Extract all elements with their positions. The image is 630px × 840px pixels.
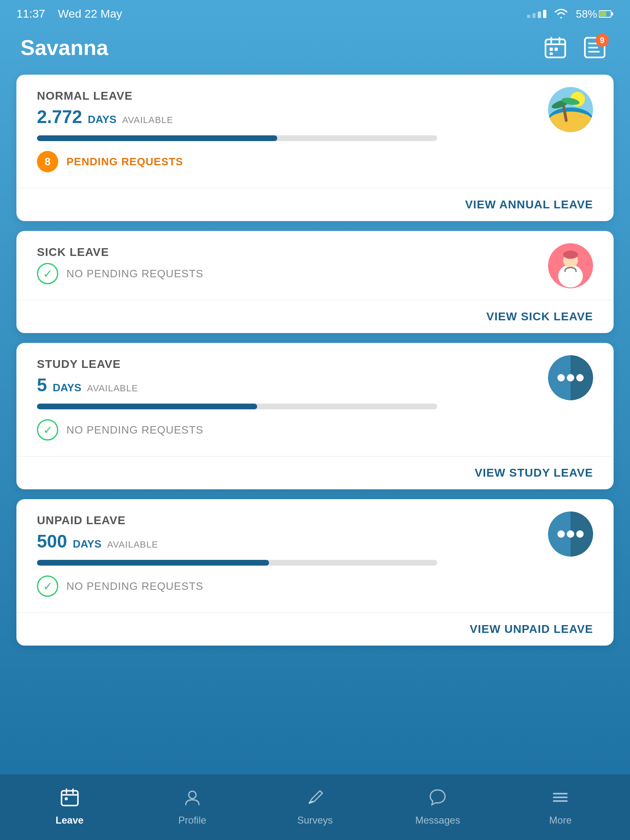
bottom-nav: Leave Profile Surveys Messages: [0, 774, 630, 840]
study-leave-check-icon: ✓: [37, 419, 58, 441]
svg-rect-7: [550, 48, 553, 51]
pending-requests-text: PENDING REQUESTS: [66, 155, 183, 168]
unpaid-leave-progress-bar: [37, 560, 437, 566]
messages-nav-icon: [429, 788, 447, 810]
sick-leave-type: SICK LEAVE: [37, 246, 593, 259]
svg-point-24: [563, 251, 578, 259]
calendar-button[interactable]: [541, 33, 570, 62]
pending-count-badge: 8: [37, 151, 58, 172]
svg-point-32: [576, 530, 584, 538]
study-leave-unit: DAYS: [52, 381, 81, 394]
normal-leave-unit: DAYS: [88, 113, 116, 126]
study-leave-icon: [548, 355, 593, 400]
study-leave-type: STUDY LEAVE: [37, 358, 593, 371]
normal-leave-available: AVAILABLE: [122, 115, 173, 126]
sick-leave-icon: [548, 243, 593, 288]
nav-item-leave[interactable]: Leave: [8, 788, 131, 826]
sick-leave-check-icon: ✓: [37, 263, 58, 284]
date: Wed 22 May: [58, 7, 122, 20]
svg-point-31: [567, 530, 574, 538]
svg-rect-37: [65, 797, 68, 800]
more-nav-label: More: [549, 815, 572, 826]
normal-leave-type: NORMAL LEAVE: [37, 89, 593, 103]
svg-point-38: [189, 791, 196, 799]
unpaid-leave-card: UNPAID LEAVE 500 DAYS AVAILABLE ✓ NO PEN…: [16, 499, 614, 646]
status-bar: 11:37 Wed 22 May 58%: [0, 0, 630, 25]
normal-leave-footer: VIEW ANNUAL LEAVE: [16, 188, 614, 221]
wifi-icon: [553, 8, 569, 20]
unpaid-leave-no-pending-row: ✓ NO PENDING REQUESTS: [37, 575, 593, 597]
main-content: NORMAL LEAVE 2.772 DAYS AVAILABLE 8 PEND…: [0, 75, 630, 646]
normal-leave-progress-bar: [37, 135, 437, 141]
svg-rect-9: [550, 52, 553, 55]
sick-leave-footer: VIEW SICK LEAVE: [16, 300, 614, 333]
unpaid-leave-check-icon: ✓: [37, 575, 58, 597]
svg-rect-2: [612, 12, 613, 16]
svg-point-28: [576, 374, 584, 381]
app-title: Savanna: [21, 35, 108, 60]
surveys-nav-icon: [306, 788, 324, 810]
view-annual-leave-link[interactable]: VIEW ANNUAL LEAVE: [465, 198, 593, 211]
unpaid-leave-unit: DAYS: [73, 538, 101, 550]
leave-nav-label: Leave: [56, 815, 84, 826]
svg-rect-8: [555, 48, 558, 51]
notifications-button[interactable]: 9: [580, 33, 609, 62]
normal-leave-card: NORMAL LEAVE 2.772 DAYS AVAILABLE 8 PEND…: [16, 75, 614, 221]
unpaid-leave-count: 500: [37, 531, 67, 552]
study-leave-count: 5: [37, 375, 47, 395]
study-leave-progress-fill: [37, 404, 257, 409]
nav-item-messages[interactable]: Messages: [377, 788, 499, 826]
normal-leave-days: 2.772 DAYS AVAILABLE: [37, 107, 593, 127]
unpaid-leave-progress-fill: [37, 560, 269, 566]
battery-icon: 58%: [576, 8, 614, 21]
unpaid-leave-no-pending-text: NO PENDING REQUESTS: [66, 580, 203, 593]
nav-item-surveys[interactable]: Surveys: [253, 788, 376, 826]
study-leave-card: STUDY LEAVE 5 DAYS AVAILABLE ✓ NO PENDIN…: [16, 343, 614, 489]
sick-leave-no-pending-text: NO PENDING REQUESTS: [66, 267, 203, 280]
svg-point-30: [557, 530, 565, 538]
time: 11:37: [16, 7, 45, 20]
surveys-nav-label: Surveys: [297, 815, 333, 826]
leave-nav-icon: [61, 788, 79, 810]
svg-rect-1: [600, 11, 606, 16]
notification-badge: 9: [596, 34, 609, 47]
unpaid-leave-footer: VIEW UNPAID LEAVE: [16, 612, 614, 646]
study-leave-available: AVAILABLE: [87, 383, 138, 394]
nav-item-profile[interactable]: Profile: [131, 788, 253, 826]
normal-leave-pending-row: 8 PENDING REQUESTS: [37, 151, 593, 172]
normal-leave-progress-fill: [37, 135, 277, 141]
status-right-icons: 58%: [527, 8, 614, 21]
study-leave-progress-bar: [37, 404, 437, 409]
svg-rect-33: [62, 791, 78, 806]
normal-leave-icon: [548, 87, 593, 132]
nav-item-more[interactable]: More: [499, 788, 622, 826]
unpaid-leave-icon: [548, 511, 593, 557]
signal-icon: [527, 10, 546, 18]
view-unpaid-leave-link[interactable]: VIEW UNPAID LEAVE: [470, 623, 593, 636]
study-leave-no-pending-row: ✓ NO PENDING REQUESTS: [37, 419, 593, 441]
sick-leave-no-pending-row: ✓ NO PENDING REQUESTS: [37, 263, 593, 284]
study-leave-days: 5 DAYS AVAILABLE: [37, 375, 593, 395]
profile-nav-label: Profile: [178, 815, 206, 826]
more-nav-icon: [551, 788, 569, 810]
study-leave-no-pending-text: NO PENDING REQUESTS: [66, 424, 203, 436]
svg-point-26: [557, 374, 565, 381]
sick-leave-card: SICK LEAVE ✓ NO PENDING REQUESTS VIEW SI…: [16, 231, 614, 333]
unpaid-leave-available: AVAILABLE: [107, 539, 158, 550]
svg-point-27: [567, 374, 574, 381]
unpaid-leave-days: 500 DAYS AVAILABLE: [37, 531, 593, 552]
study-leave-footer: VIEW STUDY LEAVE: [16, 456, 614, 489]
svg-point-17: [548, 112, 593, 132]
status-time-date: 11:37 Wed 22 May: [16, 7, 122, 21]
profile-nav-icon: [183, 788, 201, 810]
unpaid-leave-type: UNPAID LEAVE: [37, 514, 593, 527]
header-icons: 9: [541, 33, 609, 62]
battery-percentage: 58%: [576, 8, 597, 21]
view-sick-leave-link[interactable]: VIEW SICK LEAVE: [486, 310, 593, 323]
normal-leave-count: 2.772: [37, 107, 82, 127]
messages-nav-label: Messages: [415, 815, 460, 826]
view-study-leave-link[interactable]: VIEW STUDY LEAVE: [475, 466, 593, 479]
header: Savanna 9: [0, 25, 630, 75]
